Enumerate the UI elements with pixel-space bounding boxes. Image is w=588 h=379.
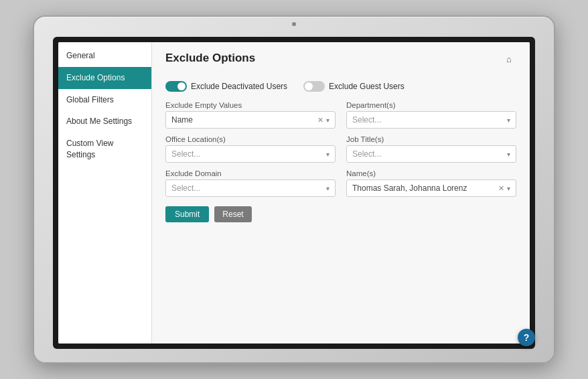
toggle-knob-guest: [305, 82, 313, 90]
exclude-empty-values-label: Exclude Empty Values: [165, 101, 336, 109]
job-select-icons: ▾: [507, 151, 510, 158]
toggle-row: Exclude Deactivated Users Exclude Guest …: [165, 81, 516, 92]
main-content: Exclude Options ⌂ Exclude Deactivated Us…: [152, 42, 530, 344]
reset-button[interactable]: Reset: [214, 206, 251, 222]
job-title-select[interactable]: Select... ▾: [346, 145, 516, 163]
sidebar-item-exclude-options[interactable]: Exclude Options: [58, 67, 151, 89]
department-label: Department(s): [346, 101, 516, 109]
names-label: Name(s): [346, 169, 516, 177]
exclude-domain-group: Exclude Domain Select... ▾: [165, 169, 336, 197]
job-chevron-down-icon: ▾: [507, 151, 510, 158]
office-chevron-down-icon: ▾: [326, 151, 329, 158]
exclude-empty-values-group: Exclude Empty Values Name ✕ ▾: [165, 101, 336, 129]
select-icons: ✕ ▾: [317, 116, 329, 125]
chevron-down-icon: ▾: [326, 117, 329, 124]
domain-select-icons: ▾: [326, 185, 329, 192]
sidebar-item-general[interactable]: General: [58, 45, 151, 67]
names-chevron-down-icon: ▾: [507, 185, 510, 192]
job-title-label: Job Title(s): [346, 135, 516, 143]
help-button[interactable]: ?: [518, 329, 535, 346]
names-select-icons: ✕ ▾: [498, 184, 510, 193]
exclude-deactivated-label: Exclude Deactivated Users: [191, 82, 287, 91]
screen: General Exclude Options Global Filters A…: [58, 42, 530, 344]
home-icon[interactable]: ⌂: [502, 52, 516, 66]
exclude-deactivated-toggle[interactable]: [165, 81, 187, 92]
exclude-guest-toggle[interactable]: [303, 81, 325, 92]
exclude-deactivated-toggle-group: Exclude Deactivated Users: [165, 81, 287, 92]
job-title-group: Job Title(s) Select... ▾: [346, 135, 516, 163]
exclude-domain-placeholder: Select...: [171, 183, 326, 193]
exclude-guest-label: Exclude Guest Users: [329, 82, 405, 91]
exclude-domain-label: Exclude Domain: [165, 169, 336, 177]
header-row: Exclude Options ⌂: [165, 52, 516, 73]
screen-bezel: General Exclude Options Global Filters A…: [53, 37, 535, 349]
submit-button[interactable]: Submit: [165, 206, 209, 222]
camera: [292, 22, 296, 26]
sidebar: General Exclude Options Global Filters A…: [58, 42, 152, 344]
names-group: Name(s) Thomas Sarah, Johanna Lorenz ✕ ▾: [346, 169, 516, 197]
office-location-placeholder: Select...: [171, 149, 326, 159]
department-group: Department(s) Select... ▾: [346, 101, 516, 129]
names-clear-icon[interactable]: ✕: [498, 184, 504, 193]
laptop-shell: General Exclude Options Global Filters A…: [33, 15, 555, 364]
dept-select-icons: ▾: [507, 117, 510, 124]
office-location-group: Office Location(s) Select... ▾: [165, 135, 336, 163]
button-row: Submit Reset: [165, 206, 516, 222]
office-location-label: Office Location(s): [165, 135, 336, 143]
names-value: Thomas Sarah, Johanna Lorenz: [352, 183, 498, 193]
office-location-select[interactable]: Select... ▾: [165, 145, 336, 163]
names-select[interactable]: Thomas Sarah, Johanna Lorenz ✕ ▾: [346, 179, 516, 197]
toggle-knob: [177, 82, 186, 90]
dept-chevron-down-icon: ▾: [507, 117, 510, 124]
exclude-empty-values-select[interactable]: Name ✕ ▾: [165, 111, 336, 129]
clear-icon[interactable]: ✕: [317, 116, 323, 125]
exclude-domain-select[interactable]: Select... ▾: [165, 179, 336, 197]
sidebar-item-about-me-settings[interactable]: About Me Settings: [58, 110, 151, 133]
office-select-icons: ▾: [326, 151, 329, 158]
page-title: Exclude Options: [165, 52, 255, 65]
exclude-empty-values-value: Name: [171, 115, 317, 125]
exclude-guest-toggle-group: Exclude Guest Users: [303, 81, 405, 92]
domain-chevron-down-icon: ▾: [326, 185, 329, 192]
department-select[interactable]: Select... ▾: [346, 111, 516, 129]
form-grid: Exclude Empty Values Name ✕ ▾ Department…: [165, 101, 516, 197]
sidebar-item-global-filters[interactable]: Global Filters: [58, 89, 151, 111]
department-placeholder: Select...: [352, 115, 507, 125]
sidebar-item-custom-view-settings[interactable]: Custom View Settings: [58, 133, 151, 166]
job-title-placeholder: Select...: [352, 149, 507, 159]
